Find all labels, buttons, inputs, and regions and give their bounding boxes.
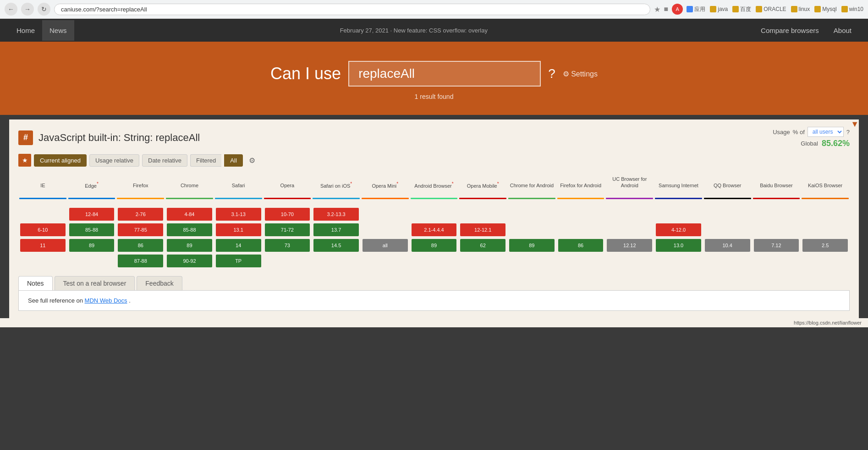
table-cell[interactable]: 89 (67, 238, 116, 253)
tab-usage-relative[interactable]: Usage relative (89, 154, 139, 167)
table-cell[interactable]: 10-70 (263, 206, 312, 222)
settings-link[interactable]: ⚙ Settings (563, 70, 598, 78)
browser-header-safari: Safari (214, 174, 263, 191)
table-cell[interactable]: 89 (410, 238, 459, 253)
bookmark-mysql[interactable]: Mysql (814, 6, 836, 12)
back-button[interactable]: ← (5, 3, 17, 16)
table-cell[interactable]: 86 (556, 238, 605, 253)
mdn-link[interactable]: MDN Web Docs (85, 297, 127, 304)
browser-header-baidu-browser: Baidu Browser (752, 174, 801, 191)
nav-news[interactable]: News (42, 20, 74, 41)
table-cell (18, 206, 67, 222)
table-cell[interactable]: 85-88 (165, 222, 214, 238)
table-cell (507, 206, 556, 222)
bookmark-star[interactable]: ★ (654, 5, 660, 14)
feature-title-area: # JavaScript built-in: String: replaceAl… (18, 130, 200, 145)
table-cell[interactable]: 12-84 (67, 206, 116, 222)
tab-current-aligned[interactable]: Current aligned (34, 154, 87, 167)
browser-header-opera: Opera (263, 174, 312, 191)
filter-icon[interactable]: ▼ (851, 119, 859, 129)
bookmark-label: win10 (849, 6, 863, 12)
table-cell[interactable]: 3.1-13 (214, 206, 263, 222)
table-cell[interactable]: 12.12 (605, 238, 654, 253)
table-cell[interactable]: 4-84 (165, 206, 214, 222)
result-count: 1 result found (415, 93, 454, 100)
table-cell[interactable]: 14 (214, 238, 263, 253)
table-cell[interactable]: 13.1 (214, 222, 263, 238)
browser-header-android-browser: Android Browser* (410, 174, 459, 191)
table-cell[interactable]: 13.0 (654, 238, 703, 253)
nav-right: Compare browsers About (753, 20, 859, 41)
nav-compare[interactable]: Compare browsers (753, 20, 826, 41)
table-cell[interactable]: 2.5 (801, 238, 850, 253)
profile-icon[interactable]: A (672, 4, 683, 15)
bookmark-linux[interactable]: linux (791, 6, 810, 12)
browser-header-chrome: Chrome (165, 174, 214, 191)
extension-icon[interactable]: ■ (664, 5, 669, 13)
reload-button[interactable]: ↻ (38, 3, 50, 16)
hash-button[interactable]: # (18, 130, 33, 145)
table-cell[interactable]: 62 (458, 238, 507, 253)
table-cell[interactable]: 87-88 (116, 253, 165, 269)
status-bar: https://blog.csdn.net/lianflower (0, 318, 868, 327)
notes-suffix: . (129, 297, 131, 304)
tab-date-relative[interactable]: Date relative (142, 154, 187, 167)
table-cell[interactable]: 14.5 (312, 238, 361, 253)
bottom-tab-notes[interactable]: Notes (18, 276, 53, 290)
tab-all[interactable]: All (224, 154, 242, 167)
table-cell[interactable]: 89 (165, 238, 214, 253)
table-cell[interactable]: 6-10 (18, 222, 67, 238)
table-cell[interactable]: 2-76 (116, 206, 165, 222)
table-cell[interactable]: TP (214, 253, 263, 269)
table-cell[interactable]: 71-72 (263, 222, 312, 238)
table-cell (507, 222, 556, 238)
table-cell[interactable]: 77-85 (116, 222, 165, 238)
table-cell[interactable]: 73 (263, 238, 312, 253)
url-bar[interactable] (54, 4, 650, 15)
star-button[interactable]: ★ (18, 154, 31, 167)
table-cell[interactable]: 13.7 (312, 222, 361, 238)
settings-label: Settings (571, 70, 598, 78)
forward-button[interactable]: → (21, 3, 34, 16)
usage-select[interactable]: all users (808, 127, 844, 137)
table-cell[interactable]: 3.2-13.3 (312, 206, 361, 222)
table-cell[interactable]: 90-92 (165, 253, 214, 269)
help-icon[interactable]: ? (846, 129, 850, 136)
table-cell[interactable]: 89 (507, 238, 556, 253)
bookmark-apps[interactable]: 应用 (687, 5, 705, 13)
table-cell[interactable]: 11 (18, 238, 67, 253)
table-row: 87-8890-92TP (18, 253, 850, 269)
nav-about[interactable]: About (826, 20, 859, 41)
notes-text: See full reference on (28, 297, 85, 304)
table-cell (361, 206, 410, 222)
settings-gear-button[interactable]: ⚙ (246, 154, 258, 167)
browser-table-wrap: IEEdge*FirefoxChromeSafariOperaSafari on… (18, 174, 850, 269)
table-cell[interactable]: 85-88 (67, 222, 116, 238)
nav-home[interactable]: Home (9, 20, 42, 41)
table-cell[interactable]: 10.4 (703, 238, 752, 253)
hero-section: Can I use ? ⚙ Settings 1 result found (0, 42, 868, 115)
table-cell[interactable]: 12-12.1 (458, 222, 507, 238)
bookmark-oracle[interactable]: ORACLE (756, 6, 786, 12)
table-cell (801, 253, 850, 269)
table-cell[interactable]: 2.1-4.4.4 (410, 222, 459, 238)
table-cell (801, 206, 850, 222)
table-cell[interactable]: 86 (116, 238, 165, 253)
table-cell (752, 253, 801, 269)
bottom-tab-test-on-a-real-browser[interactable]: Test on a real browser (55, 276, 135, 290)
table-cell[interactable]: 7.12 (752, 238, 801, 253)
bookmark-label: Mysql (822, 6, 836, 12)
bottom-tabs: NotesTest on a real browserFeedback (18, 269, 850, 291)
bottom-tab-feedback[interactable]: Feedback (137, 276, 182, 290)
bookmark-win10[interactable]: win10 (841, 6, 863, 12)
usage-area: Usage % of all users ? Global 85.62% (773, 127, 850, 148)
bookmark-baidu[interactable]: 百度 (732, 5, 751, 13)
bookmark-java[interactable]: java (710, 6, 728, 12)
table-cell (801, 222, 850, 238)
table-cell (18, 253, 67, 269)
table-cell[interactable]: all (361, 238, 410, 253)
table-cell[interactable]: 4-12.0 (654, 222, 703, 238)
site-nav: Home News February 27, 2021 · New featur… (0, 19, 868, 42)
search-input[interactable] (348, 61, 541, 87)
tab-filtered[interactable]: Filtered (190, 154, 221, 167)
